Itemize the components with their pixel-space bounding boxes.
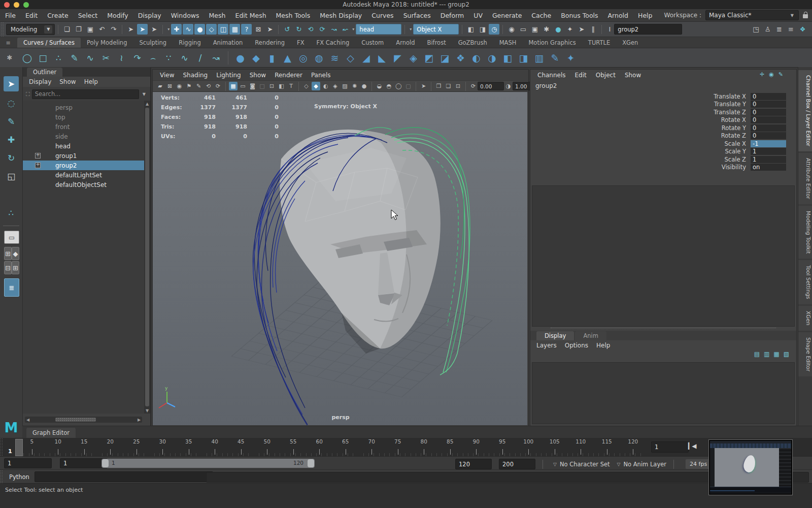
layer-editor-menu-item[interactable]: Layers [536,342,557,349]
channel-value-field[interactable]: 0 [751,101,786,108]
shelf-gear-icon[interactable]: ✱ [3,51,16,65]
shelf-tab[interactable]: Bifrost [421,38,452,48]
object-details-icon[interactable]: ◳ [751,24,761,35]
open-scene-icon[interactable]: ❐ [73,24,84,35]
shelf-tab[interactable]: Animation [207,38,249,48]
channelbox-menu-item[interactable]: Channels [537,72,566,79]
snap-together-icon[interactable]: ↜ [340,24,351,35]
chevron-down-icon[interactable]: ▽ [617,462,621,467]
nurbs-cone-icon[interactable]: ▲ [280,50,295,66]
pencil-curve-tool-icon[interactable]: ✎ [66,50,82,66]
menu-item[interactable]: Create [47,12,69,19]
grid-toggle-icon[interactable]: ▦ [229,82,238,90]
sidebar-tab[interactable]: Attribute Editor [798,153,812,204]
chevron-down-icon[interactable]: ▾ [352,27,354,31]
nurbs-sphere-icon[interactable]: ● [232,50,248,66]
render-settings-icon[interactable]: ✱ [541,24,552,35]
camera-attributes-icon[interactable]: ◉ [175,82,184,90]
viewport-menu-item[interactable]: Renderer [275,72,302,79]
range-end-handle[interactable] [308,459,314,467]
cut-curve-icon[interactable]: ✂ [98,50,114,66]
channel-value-field[interactable]: on [751,164,786,171]
menu-item[interactable]: Display [138,12,161,19]
playback-end-field[interactable] [455,459,492,469]
scale-tool-icon[interactable]: ◱ [4,169,19,184]
shelf-tab[interactable]: XGen [616,38,644,48]
arc-tool-icon[interactable]: ⌢ [145,50,161,66]
lasso-tool-icon[interactable]: ◌ [4,96,19,111]
next-view-icon[interactable]: ⟳ [214,82,222,90]
time-slider[interactable]: 1 5 10 15 20 [0,438,812,456]
menu-item[interactable]: Mesh [209,12,226,19]
menu-item[interactable]: Cache [531,12,551,19]
select-tool-icon[interactable]: ➤ [4,76,19,91]
go-to-start-icon[interactable]: ▎◀ [688,442,695,450]
viewport-menu-item[interactable]: Show [250,72,266,79]
paint-select-tool-icon[interactable]: ✎ [4,114,19,129]
playback-start-field[interactable] [60,458,108,468]
previous-panel-icon[interactable]: ◧ [465,24,476,35]
motion-blur-icon[interactable]: ◓ [385,82,393,90]
menu-item[interactable]: Windows [171,12,199,19]
outliner-item[interactable]: front [23,122,144,132]
shelf-tab[interactable]: Rendering [249,38,291,48]
wireframe-on-shaded-icon[interactable]: ◈ [331,82,340,90]
outliner-item[interactable]: group1 [23,151,144,161]
shelf-tab[interactable]: TURTLE [582,38,616,48]
snap-to-point-icon[interactable]: ● [194,24,205,35]
history-toggle-icon[interactable]: ⟳ [317,24,327,35]
sidebar-tab[interactable]: XGen [798,306,812,330]
character-controls-icon[interactable]: ♙ [762,24,773,35]
layer-editor-menu-item[interactable]: Options [565,342,588,349]
attach-curves-icon[interactable]: ↷ [129,50,145,66]
channelbox-menu-item[interactable]: Show [625,72,641,79]
shelf-tab[interactable]: GoZBrush [452,38,493,48]
menu-item[interactable]: Select [78,12,98,19]
select-camera-icon[interactable]: ▰ [156,82,164,90]
use-default-material-icon[interactable]: ▨ [341,82,349,90]
menu-item[interactable]: File [5,12,16,19]
smooth-curve-icon[interactable]: ∿ [177,50,192,66]
layout-split-right-icon[interactable]: ⊞ [12,261,19,274]
shelf-menu-icon[interactable]: ≡ [3,39,13,47]
render-setup-icon[interactable]: ✦ [564,24,575,35]
range-start-handle[interactable] [102,459,109,467]
trim-tool-icon[interactable]: ◩ [421,50,437,66]
ambient-occlusion-icon[interactable]: ◒ [375,82,384,90]
menu-item[interactable]: UV [473,12,483,19]
isolate-select-icon[interactable]: ❖ [797,24,808,35]
detach-surfaces-icon[interactable]: ◑ [484,50,500,66]
gate-mask-icon[interactable]: □ [258,82,266,90]
viewport-menu-item[interactable]: Shading [183,72,208,79]
outliner-item[interactable]: persp [23,103,144,112]
menu-item[interactable]: Edit Mesh [235,12,266,19]
layer-editor-tab[interactable]: Anim [575,331,606,340]
highlight-item-field[interactable] [356,24,401,35]
safe-title-icon[interactable]: T [287,82,295,90]
channelbox-menu-item[interactable]: Object [596,72,616,79]
outliner-item[interactable]: defaultObjectSet [23,180,144,189]
channel-value-field[interactable]: 0 [751,93,786,100]
command-language-label[interactable]: Python [9,473,29,481]
outliner-item[interactable]: side [23,132,144,141]
ep-curve-tool-icon[interactable]: ∿ [82,50,98,66]
birail-icon[interactable]: ◣ [374,50,390,66]
outliner-item[interactable]: group2 [23,161,144,170]
outliner-item[interactable]: head [23,141,144,151]
layout-four-pane-icon[interactable]: ⊞ [4,247,12,260]
menu-item[interactable]: Modify [107,12,128,19]
isolate-select-icon[interactable]: ➤ [419,82,428,90]
shadows-toggle-icon[interactable]: ● [360,82,368,90]
edit-channels-icon[interactable]: ✎ [779,71,783,78]
snap-to-view-plane-icon[interactable]: ◫ [218,24,228,35]
menu-item[interactable]: Bonus Tools [561,12,598,19]
menu-item[interactable]: Curves [371,12,393,19]
menu-item[interactable]: Mesh Display [320,12,362,19]
shelf-tab[interactable]: Arnold [390,38,421,48]
revolve-icon[interactable]: ◍ [311,50,327,66]
shelf-tab[interactable]: Sculpting [133,38,173,48]
film-gate-icon[interactable]: ▭ [239,82,247,90]
manipulator-icon[interactable]: ✛ [760,71,764,78]
speed-ramp-icon[interactable]: ◉ [769,71,774,78]
panel-splitter[interactable] [551,328,776,330]
